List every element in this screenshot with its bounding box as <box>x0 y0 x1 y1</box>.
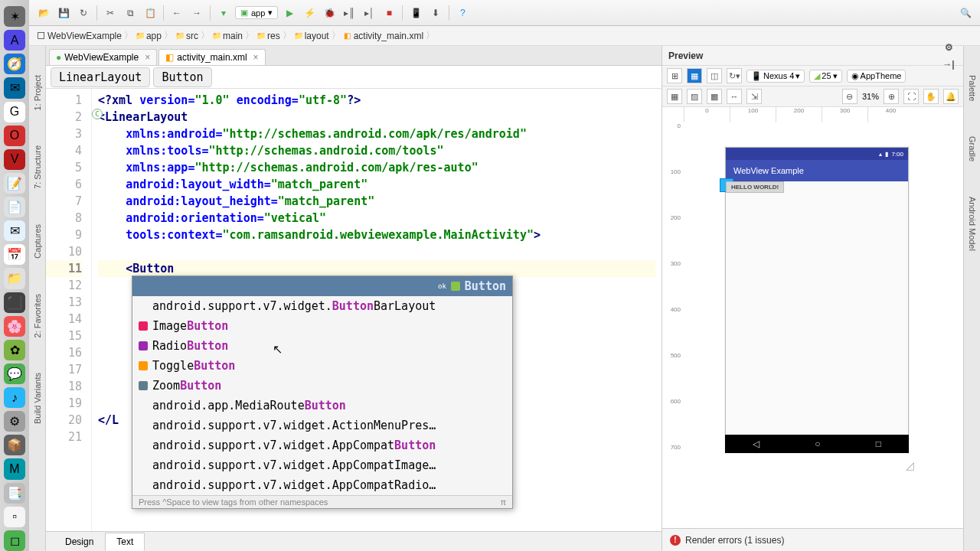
search-icon[interactable]: 🔍 <box>957 5 974 21</box>
close-icon[interactable]: × <box>253 52 259 63</box>
run-icon[interactable]: ▶ <box>281 5 298 21</box>
dock-app-icon[interactable]: 💬 <box>4 364 25 384</box>
crumb-res[interactable]: 📁res <box>256 31 280 41</box>
cut-icon[interactable]: ✂ <box>102 5 119 21</box>
tab-captures[interactable]: Captures <box>31 218 44 265</box>
crumb-root[interactable]: 🞎WebViewExample <box>37 31 122 41</box>
tab-build-variants[interactable]: Build Variants <box>31 367 44 430</box>
editor-tab-activity-main[interactable]: ◧activity_main.xml× <box>158 49 265 65</box>
context-chip-button[interactable]: Button <box>153 67 211 87</box>
locale-icon[interactable]: ▦ <box>667 89 682 104</box>
hello-world-button[interactable]: HELLO WORLD! <box>726 181 784 193</box>
resize-handle-icon[interactable]: ◿ <box>906 459 914 471</box>
dock-app-icon[interactable]: ◻ <box>4 530 25 551</box>
sdk-icon[interactable]: ⬇ <box>427 5 444 21</box>
autocomplete-item[interactable]: android.support.v7.widget.AppCompatButto… <box>132 435 512 455</box>
autocomplete-item[interactable]: okButton <box>132 276 512 296</box>
dock-app-icon[interactable]: ✉ <box>4 220 25 241</box>
sync-icon[interactable]: ↻ <box>75 5 92 21</box>
tab-favorites[interactable]: 2: Favorites <box>31 288 44 344</box>
tab-structure[interactable]: 7: Structure <box>31 139 44 195</box>
crumb-src[interactable]: 📁src <box>175 31 198 41</box>
save-icon[interactable]: 💾 <box>55 5 72 21</box>
profile-icon[interactable]: ▸║ <box>341 5 358 21</box>
back-icon[interactable]: ← <box>168 5 185 21</box>
crumb-layout[interactable]: 📁layout <box>294 31 329 41</box>
dock-app-icon[interactable]: ⬛ <box>4 292 25 313</box>
gear-icon[interactable]: ⚙ <box>940 39 957 56</box>
tab-gradle[interactable]: Gradle <box>966 130 978 168</box>
both-icon[interactable]: ◫ <box>707 68 722 83</box>
zoom-out-icon[interactable]: ⊖ <box>842 89 858 104</box>
tab-project[interactable]: 1: Project <box>31 69 44 116</box>
paste-icon[interactable]: 📋 <box>142 5 158 21</box>
autocomplete-item[interactable]: android.support.v7.widget.ActionMenuPres… <box>132 416 512 435</box>
preview-canvas[interactable]: 0100200300400 0100200300400500600700 ▴▮7… <box>662 107 963 528</box>
variant-icon[interactable]: ▨ <box>687 89 702 104</box>
tab-text[interactable]: Text <box>105 533 145 551</box>
dock-app-icon[interactable]: A <box>4 30 25 51</box>
tab-palette[interactable]: Palette <box>966 69 978 107</box>
autocomplete-item[interactable]: android.support.v7.widget.ButtonBarLayou… <box>132 296 512 316</box>
context-chip-linearlayout[interactable]: LinearLayout <box>51 67 150 87</box>
autocomplete-item[interactable]: ImageButton <box>132 316 512 336</box>
attach-icon[interactable]: ▸│ <box>361 5 377 21</box>
autocomplete-item[interactable]: android.support.v7.widget.AppCompatRadio… <box>132 475 512 495</box>
notifications-icon[interactable]: 🔔 <box>943 89 959 104</box>
orientation-icon[interactable]: ↻▾ <box>727 68 742 83</box>
dock-app-icon[interactable]: O <box>4 126 25 146</box>
autocomplete-item[interactable]: ToggleButton <box>132 356 512 376</box>
dock-app-icon[interactable]: ⚙ <box>4 411 25 432</box>
dock-app-icon[interactable]: G <box>4 102 25 122</box>
dock-app-icon[interactable]: V <box>4 149 25 170</box>
help-icon[interactable]: ? <box>454 5 471 21</box>
build-icon[interactable]: ▾ <box>215 5 232 21</box>
blueprint-icon[interactable]: ▦ <box>687 68 702 83</box>
run-config-select[interactable]: ▣app▾ <box>235 6 278 19</box>
dock-app-icon[interactable]: ▫ <box>4 507 25 527</box>
autocomplete-item[interactable]: RadioButton <box>132 336 512 356</box>
dock-app-icon[interactable]: 📅 <box>4 244 25 265</box>
class-icon[interactable]: C <box>92 109 103 119</box>
device-select[interactable]: 📱Nexus 4▾ <box>746 70 805 83</box>
editor-tab-webview[interactable]: ●WebViewExample× <box>49 49 157 65</box>
view-icon[interactable]: ⊞ <box>667 68 682 83</box>
night-icon[interactable]: ▩ <box>707 89 722 104</box>
api-select[interactable]: ◢25▾ <box>809 70 841 83</box>
tab-android-model[interactable]: Android Model <box>966 191 978 257</box>
open-icon[interactable]: 📂 <box>35 5 52 21</box>
preview-status[interactable]: ! Render errors (1 issues) <box>662 528 963 551</box>
wrap-icon[interactable]: ↔ <box>727 89 742 104</box>
dock-app-icon[interactable]: 📁 <box>4 268 25 289</box>
autocomplete-item[interactable]: ZoomButton <box>132 376 512 396</box>
copy-icon[interactable]: ⧉ <box>122 5 139 21</box>
dock-app-icon[interactable]: 📝 <box>4 173 25 194</box>
dock-app-icon[interactable]: 📦 <box>4 435 25 455</box>
debug-icon[interactable]: 🐞 <box>321 5 338 21</box>
dock-app-icon[interactable]: 🌸 <box>4 316 25 337</box>
dock-app-icon[interactable]: ✉ <box>4 77 25 98</box>
autocomplete-item[interactable]: android.app.MediaRouteButton <box>132 396 512 416</box>
expand-icon[interactable]: ⇲ <box>746 89 762 104</box>
crumb-main[interactable]: 📁main <box>212 31 243 41</box>
autocomplete-item[interactable]: android.support.v7.widget.AppCompatImage… <box>132 455 512 475</box>
dock-app-icon[interactable]: 📑 <box>4 483 25 504</box>
stop-icon[interactable]: ■ <box>381 5 397 21</box>
dock-app-icon[interactable]: 🧭 <box>4 54 25 74</box>
pan-icon[interactable]: ✋ <box>923 89 939 104</box>
apply-changes-icon[interactable]: ⚡ <box>301 5 318 21</box>
dock-app-icon[interactable]: 📄 <box>4 197 25 217</box>
tab-design[interactable]: Design <box>54 533 105 551</box>
dock-app-icon[interactable]: M <box>4 458 25 479</box>
zoom-in-icon[interactable]: ⊕ <box>884 89 899 104</box>
dock-app-icon[interactable]: ✶ <box>4 6 25 27</box>
avd-icon[interactable]: 📱 <box>407 5 424 21</box>
theme-select[interactable]: ◉AppTheme <box>847 70 906 83</box>
close-icon[interactable]: × <box>145 52 150 63</box>
dock-app-icon[interactable]: ♪ <box>4 387 25 408</box>
dock-app-icon[interactable]: ✿ <box>4 340 25 360</box>
crumb-file[interactable]: ◧activity_main.xml <box>343 31 423 41</box>
forward-icon[interactable]: → <box>188 5 205 21</box>
fit-icon[interactable]: ⛶ <box>903 89 919 104</box>
crumb-app[interactable]: 📁app <box>136 31 162 41</box>
